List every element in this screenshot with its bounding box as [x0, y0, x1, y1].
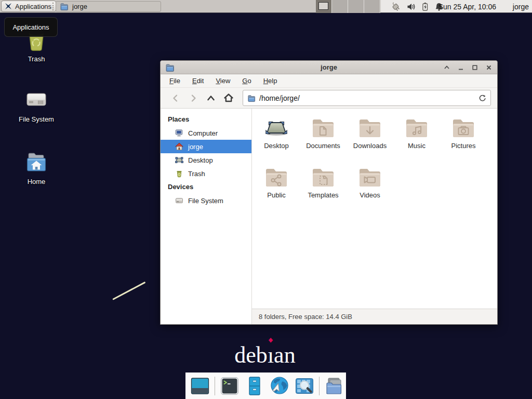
file-item-label: Templates: [308, 191, 338, 199]
workspace-window-thumbnail: [318, 2, 328, 10]
desktop-icon: [175, 156, 183, 164]
show-desktop-icon: [190, 376, 210, 396]
file-cabinet-icon: [244, 376, 265, 396]
computer-icon: [175, 129, 183, 137]
panel-clock[interactable]: Sun 25 Apr, 10:06: [438, 0, 496, 13]
workspace-2[interactable]: [332, 0, 348, 13]
home-icon: [175, 142, 183, 151]
sidebar-item-trash[interactable]: Trash: [161, 167, 251, 180]
bottom-dock: [185, 373, 346, 399]
directory-menu-launcher[interactable]: [324, 376, 344, 396]
public-folder-icon: [264, 165, 289, 190]
path-bar[interactable]: /home/jorge/: [243, 90, 491, 106]
videos-folder-icon: [357, 165, 382, 190]
file-item-documents[interactable]: Documents: [300, 116, 347, 165]
cursor-trail-line: [112, 282, 145, 300]
forward-button[interactable]: [184, 90, 202, 106]
file-item-videos[interactable]: Videos: [347, 165, 393, 215]
sidebar-item-label: File System: [188, 197, 223, 205]
file-list: Desktop Documents: [252, 109, 497, 309]
menu-go[interactable]: Go: [241, 76, 252, 86]
directory-menu-folder-icon: [324, 376, 344, 396]
file-item-music[interactable]: Music: [393, 116, 440, 165]
sidebar-item-label: Trash: [188, 170, 205, 178]
dock-separator: [215, 377, 215, 395]
terminal-launcher[interactable]: [219, 376, 240, 396]
system-tray: [390, 0, 444, 13]
show-desktop-button[interactable]: [190, 376, 210, 396]
desktop-icon-label: Home: [28, 178, 46, 185]
file-item-templates[interactable]: Templates: [300, 165, 347, 215]
debian-wallpaper-logo: debı◆an: [0, 342, 530, 368]
sidebar-header-places: Places: [161, 113, 251, 126]
workspace-4[interactable]: [364, 0, 380, 13]
logo-text-part: ı: [268, 342, 274, 368]
workspace-1[interactable]: [316, 0, 332, 13]
menu-help[interactable]: Help: [262, 76, 279, 86]
sidebar-item-desktop[interactable]: Desktop: [161, 153, 251, 167]
applications-menu-icon: [4, 2, 12, 10]
file-item-desktop[interactable]: Desktop: [253, 116, 300, 165]
file-item-pictures[interactable]: Pictures: [440, 116, 487, 165]
sidebar-item-label: jorge: [188, 143, 203, 151]
hard-drive-icon: [23, 87, 49, 112]
minimize-button[interactable]: [457, 64, 464, 71]
battery-charging-icon[interactable]: [420, 2, 430, 11]
trash-icon: [175, 169, 183, 178]
status-bar: 8 folders, Free space: 14.4 GiB: [252, 309, 497, 324]
menu-edit[interactable]: Edit: [191, 76, 205, 86]
shade-button[interactable]: [443, 64, 450, 71]
file-cabinet-launcher[interactable]: [244, 376, 265, 396]
dock-separator: [319, 377, 320, 395]
menu-file[interactable]: File: [168, 76, 182, 86]
path-input[interactable]: /home/jorge/: [259, 94, 475, 102]
sidebar: Places Computer: [161, 109, 252, 324]
toolbar: /home/jorge/: [161, 88, 497, 109]
close-button[interactable]: [485, 64, 493, 71]
application-finder-launcher[interactable]: [294, 376, 315, 396]
applications-menu-button[interactable]: Applications: [1, 1, 56, 12]
menu-view[interactable]: View: [214, 76, 232, 86]
file-item-label: Desktop: [264, 142, 289, 150]
panel-username[interactable]: jorge: [513, 0, 529, 13]
panel-separator-handle: [52, 3, 54, 10]
reload-icon[interactable]: [478, 94, 486, 102]
desktop-root: Applications jorge: [0, 0, 532, 399]
web-browser-globe-icon: [269, 376, 290, 396]
downloads-folder-icon: [357, 116, 382, 141]
sidebar-item-label: Computer: [188, 129, 218, 137]
back-button[interactable]: [167, 90, 184, 106]
file-item-label: Public: [267, 191, 285, 199]
file-item-downloads[interactable]: Downloads: [347, 116, 393, 165]
applications-tooltip: Applications: [4, 17, 58, 37]
sidebar-item-jorge[interactable]: jorge: [161, 140, 251, 153]
drive-icon: [175, 196, 183, 205]
maximize-button[interactable]: [471, 64, 478, 71]
desktop-trapezoid-icon: [264, 116, 289, 141]
sidebar-item-file-system[interactable]: File System: [161, 194, 251, 207]
home-button[interactable]: [220, 90, 237, 106]
path-folder-icon: [247, 94, 256, 102]
status-text: 8 folders, Free space: 14.4 GiB: [259, 313, 352, 321]
menu-bar: File Edit View Go Help: [161, 74, 497, 88]
file-item-public[interactable]: Public: [253, 165, 300, 215]
up-button[interactable]: [202, 90, 220, 106]
workspace-3[interactable]: [348, 0, 364, 13]
application-finder-icon: [294, 376, 315, 396]
taskbar-window-button[interactable]: jorge: [56, 1, 161, 12]
sidebar-header-devices: Devices: [161, 180, 251, 194]
top-panel: Applications jorge: [0, 0, 532, 13]
desktop-icon-home[interactable]: Home: [9, 150, 63, 185]
volume-icon[interactable]: [406, 2, 416, 11]
file-item-label: Music: [408, 142, 425, 150]
desktop-icon-label: File System: [19, 115, 54, 123]
window-titlebar[interactable]: jorge: [161, 61, 497, 74]
pictures-folder-icon: [451, 116, 476, 141]
desktop-icon-file-system[interactable]: File System: [9, 87, 63, 123]
sidebar-item-computer[interactable]: Computer: [161, 126, 251, 140]
music-folder-icon: [404, 116, 429, 141]
sidebar-item-label: Desktop: [188, 156, 213, 164]
web-browser-launcher[interactable]: [269, 376, 290, 396]
terminal-icon: [219, 376, 240, 396]
network-plug-icon[interactable]: [390, 2, 402, 12]
